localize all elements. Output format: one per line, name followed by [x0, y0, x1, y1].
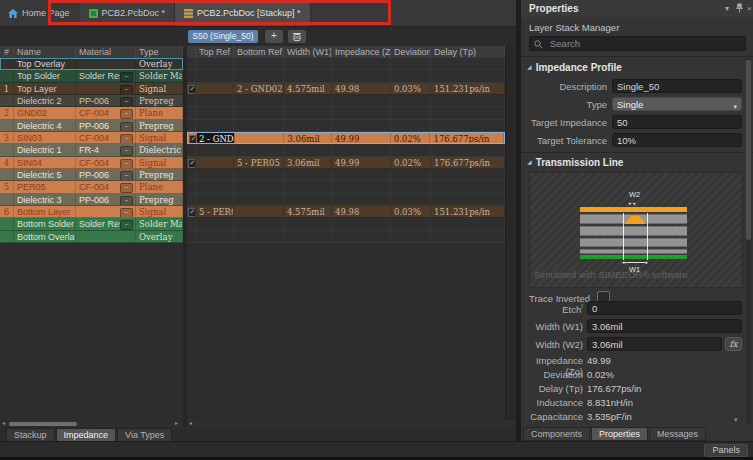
material-picker-button[interactable]: ‒	[120, 171, 133, 180]
material-picker-button[interactable]: ‒	[120, 85, 133, 94]
view-tab-via-types[interactable]: Via Types	[117, 428, 172, 442]
status-bar: Panels	[0, 441, 753, 458]
formula-indicator-icon: f	[581, 303, 583, 310]
stackup-row[interactable]: Top OverlayOverlay	[0, 58, 505, 70]
target-impedance-label: Target Impedance	[521, 115, 607, 128]
material-picker-button[interactable]: ‒	[120, 134, 133, 143]
stackup-row[interactable]: Bottom OverlayOverlay	[0, 231, 505, 243]
panel-scrollbar-thumb[interactable]	[746, 60, 751, 240]
home-icon	[8, 9, 18, 18]
panel-menu-icon[interactable]: ▾	[725, 4, 729, 13]
enabled-checkbox[interactable]: ✓	[188, 85, 196, 94]
etch-input[interactable]: 0	[587, 301, 742, 315]
material-picker-button[interactable]: ‒	[120, 146, 133, 155]
layer-type: Signal	[136, 83, 183, 94]
layer-type: Prepreg	[136, 169, 183, 180]
home-page-label: Home Page	[22, 8, 70, 18]
section-transmission-line[interactable]: ◢Transmission Line	[527, 157, 623, 168]
scrollbar-thumb[interactable]	[9, 422, 77, 426]
collapse-icon: ◢	[527, 64, 532, 70]
material-picker-button[interactable]: ‒	[120, 122, 133, 131]
bottom-plane-layer	[580, 255, 687, 259]
close-icon[interactable]: ×	[747, 4, 752, 13]
impedance-row[interactable]: ✓5 - PER053.06mil49.990.02%176.677ps/in	[187, 157, 505, 169]
scroll-right-icon[interactable]: ▸	[175, 420, 178, 427]
material-picker-button[interactable]: ‒	[120, 109, 133, 118]
view-tab-impedance[interactable]: Impedance	[56, 428, 117, 442]
dielectric-layer-2	[580, 226, 687, 236]
material-picker-button[interactable]: ‒	[120, 97, 133, 106]
width-w2-input[interactable]: 3.06mil	[587, 337, 722, 351]
delete-profile-button[interactable]	[288, 30, 306, 43]
stackup-row[interactable]: 2GND02CF-004‒Plane	[0, 107, 505, 119]
panel-tab-properties[interactable]: Properties	[591, 427, 648, 441]
stackup-row[interactable]: Dielectric 5PP-006‒Prepreg	[0, 169, 505, 181]
impedance-profile-button[interactable]: S50 (Single_50)	[188, 30, 258, 43]
top-ref-cell	[196, 157, 234, 168]
section-impedance-profile[interactable]: ◢Impedance Profile	[527, 62, 622, 73]
layer-row-left: 4SIN04CF-004‒Signal	[0, 157, 183, 169]
target-impedance-input[interactable]: 50	[612, 115, 742, 129]
layer-name: Dielectric 4	[14, 120, 76, 131]
add-profile-button[interactable]: +	[265, 30, 283, 43]
stackup-row[interactable]: Dielectric 1FR-4‒Dielectric	[0, 144, 505, 156]
table-vertical-scrollbar[interactable]	[505, 46, 514, 420]
home-page-tab[interactable]: Home Page	[0, 0, 80, 26]
panel-tab-components[interactable]: Components	[523, 427, 590, 441]
target-tolerance-input[interactable]: 10%	[612, 133, 742, 147]
stackup-row[interactable]: 6Bottom Layer‒Signal✓5 - PER054.575mil49…	[0, 206, 505, 218]
tab-pcbdoc-stackup[interactable]: PCB2.PcbDoc [Stackup] *	[175, 0, 311, 26]
layer-name: Dielectric 2	[14, 95, 76, 106]
pin-icon[interactable]	[736, 3, 743, 13]
readonly-label: Deviation	[521, 367, 583, 380]
material-picker-button[interactable]: ‒	[120, 183, 133, 192]
stackup-row[interactable]: Top SolderSolder Resist‒Solder Mask	[0, 70, 505, 82]
table-horizontal-scrollbar[interactable]: ◂ ▸ ◂	[0, 420, 516, 427]
column-header: Bottom Ref	[234, 46, 284, 58]
panel-scrollbar[interactable]	[746, 58, 751, 424]
scroll-down-icon[interactable]: ▾	[734, 416, 738, 424]
layer-number	[0, 231, 14, 242]
material-picker-button[interactable]: ‒	[120, 72, 133, 81]
stackup-row[interactable]: 4SIN04CF-004‒Signal✓5 - PER053.06mil49.9…	[0, 157, 505, 169]
impedance-row[interactable]: ✓5 - PER054.575mil49.980.03%151.231ps/in	[187, 206, 505, 218]
tab-pcbdoc[interactable]: PCB2.PcbDoc *	[80, 0, 176, 26]
stackup-row[interactable]: 3SIN03CF-004‒Signal✓2 - GND023.06mil49.9…	[0, 132, 505, 144]
readonly-field: Capacitance3.535pF/in	[521, 409, 753, 422]
enabled-checkbox[interactable]: ✓	[189, 135, 197, 143]
delay-cell: 151.231ps/in	[431, 83, 505, 94]
w2-arrows: ▸◂	[629, 200, 636, 206]
enabled-checkbox[interactable]: ✓	[188, 159, 196, 168]
stackup-row[interactable]: 1Top Layer‒Signal✓2 - GND024.575mil49.98…	[0, 83, 505, 95]
description-input[interactable]: Single_50	[612, 79, 742, 93]
deviation-cell: 0.02%	[391, 133, 431, 143]
material-picker-button[interactable]: ‒	[120, 159, 133, 168]
material-picker-button[interactable]: ‒	[120, 220, 133, 229]
fx-formula-button[interactable]: fx	[725, 337, 742, 351]
panel-tab-messages[interactable]: Messages	[649, 427, 706, 441]
chevron-down-icon: ▾	[733, 100, 737, 113]
view-tab-stackup[interactable]: Stackup	[6, 428, 55, 442]
stackup-row[interactable]: Dielectric 2PP-006‒Prepreg	[0, 95, 505, 107]
layer-row-left: Bottom OverlayOverlay	[0, 231, 183, 243]
top-ref-edit[interactable]: 2 - GND02	[197, 133, 234, 143]
delay-cell: 151.231ps/in	[431, 206, 505, 217]
layer-name: Bottom Overlay	[14, 231, 76, 242]
stackup-row[interactable]: Dielectric 4PP-006‒Prepreg	[0, 120, 505, 132]
impedance-row[interactable]: ✓2 - GND024.575mil49.980.03%151.231ps/in	[187, 83, 505, 95]
readonly-label: Delay (Tp)	[521, 381, 583, 394]
search-input[interactable]: Search	[529, 36, 746, 51]
panels-button[interactable]: Panels	[704, 444, 748, 457]
stackup-row[interactable]: Dielectric 3PP-006‒Prepreg	[0, 194, 505, 206]
impedance-row[interactable]: ✓2 - GND023.06mil49.990.02%176.677ps/in	[187, 132, 505, 144]
stackup-row[interactable]: Bottom SolderSolder Resist‒Solder Mask	[0, 218, 505, 230]
type-dropdown[interactable]: Single ▾	[612, 97, 742, 111]
enabled-checkbox[interactable]: ✓	[188, 208, 196, 217]
scroll-left-icon[interactable]: ◂	[2, 420, 5, 427]
material-picker-button[interactable]: ‒	[120, 208, 133, 217]
layer-material: ‒	[76, 83, 136, 94]
stackup-row[interactable]: 5PER05CF-004‒Plane	[0, 181, 505, 193]
scroll-left-icon-right-pane[interactable]: ◂	[189, 420, 192, 427]
material-picker-button[interactable]: ‒	[120, 196, 133, 205]
width-w1-input[interactable]: 3.06mil	[587, 319, 742, 333]
